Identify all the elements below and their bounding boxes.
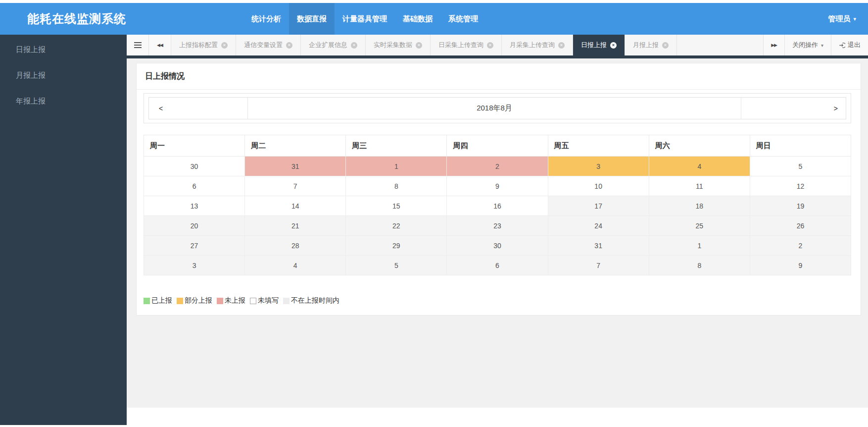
calendar-day-cell[interactable]: 4 (649, 157, 750, 176)
calendar-day-cell[interactable]: 26 (750, 216, 851, 236)
close-operations-dropdown[interactable]: 关闭操作 ▾ (784, 35, 831, 55)
tab-close-icon[interactable]: × (487, 42, 493, 49)
calendar-day-cell[interactable]: 10 (548, 176, 649, 196)
weekday-header: 周五 (548, 135, 649, 157)
legend-label: 已上报 (151, 296, 172, 305)
calendar-day-cell[interactable]: 25 (649, 216, 750, 236)
calendar-day-cell[interactable]: 1 (649, 236, 750, 256)
calendar-day-cell[interactable]: 12 (750, 176, 851, 196)
tab-4[interactable]: 实时采集数据× (366, 35, 431, 55)
tab-7[interactable]: 日报上报× (573, 35, 625, 55)
user-menu[interactable]: 管理员 ▾ (828, 3, 868, 35)
calendar-table: 周一周二周三周四周五周六周日 3031123456789101112131415… (144, 135, 851, 275)
calendar-day-cell[interactable]: 16 (447, 196, 548, 216)
tab-2[interactable]: 通信变量设置× (236, 35, 301, 55)
user-name: 管理员 (828, 14, 850, 24)
sidebar-item-2[interactable]: 月报上报 (0, 62, 127, 88)
scroll-tabs-left-button[interactable]: ◀◀ (149, 35, 171, 55)
nav-item-3[interactable]: 计量器具管理 (335, 3, 395, 35)
calendar-day-cell[interactable]: 3 (144, 256, 245, 275)
tab-3[interactable]: 企业扩展信息× (301, 35, 366, 55)
double-left-arrow-icon: ◀◀ (157, 43, 163, 48)
calendar-day-cell[interactable]: 15 (346, 196, 447, 216)
legend-item-reported: 已上报 (144, 296, 172, 305)
calendar-day-cell[interactable]: 27 (144, 236, 245, 256)
calendar-day-cell[interactable]: 13 (144, 196, 245, 216)
next-month-button[interactable]: > (741, 98, 846, 119)
calendar-day-cell[interactable]: 9 (447, 176, 548, 196)
calendar-day-cell[interactable]: 19 (750, 196, 851, 216)
calendar-day-cell[interactable]: 2 (750, 236, 851, 256)
calendar-day-cell[interactable]: 14 (245, 196, 346, 216)
legend-label: 未填写 (258, 296, 279, 305)
sidebar-item-3[interactable]: 年报上报 (0, 88, 127, 114)
menu-toggle-button[interactable] (127, 35, 149, 55)
legend-swatch-partial (177, 298, 183, 304)
logout-button[interactable]: 退出 (831, 35, 868, 55)
calendar-day-cell[interactable]: 11 (649, 176, 750, 196)
calendar-day-cell[interactable]: 28 (245, 236, 346, 256)
calendar-day-cell[interactable]: 2 (447, 157, 548, 176)
calendar-day-cell[interactable]: 8 (649, 256, 750, 275)
prev-month-button[interactable]: < (149, 98, 248, 119)
close-operations-label: 关闭操作 (792, 41, 818, 50)
calendar-day-cell[interactable]: 7 (548, 256, 649, 275)
calendar-day-cell[interactable]: 20 (144, 216, 245, 236)
calendar-day-cell[interactable]: 6 (144, 176, 245, 196)
calendar-day-cell[interactable]: 4 (245, 256, 346, 275)
weekday-header: 周三 (346, 135, 447, 157)
tab-close-icon[interactable]: × (558, 42, 565, 49)
calendar-day-cell[interactable]: 22 (346, 216, 447, 236)
tab-6[interactable]: 月采集上传查询× (502, 35, 573, 55)
calendar-day-cell[interactable]: 9 (750, 256, 851, 275)
weekday-header: 周二 (245, 135, 346, 157)
legend-item-blank: 未填写 (250, 296, 279, 305)
nav-item-4[interactable]: 基础数据 (395, 3, 440, 35)
calendar-day-cell[interactable]: 31 (548, 236, 649, 256)
header-spacer (486, 3, 828, 35)
calendar-day-cell[interactable]: 29 (346, 236, 447, 256)
calendar-day-cell[interactable]: 3 (548, 157, 649, 176)
chevron-down-icon: ▾ (821, 43, 823, 48)
weekday-header: 周一 (144, 135, 245, 157)
legend-swatch-blank (250, 298, 256, 304)
calendar-day-cell[interactable]: 30 (144, 157, 245, 176)
calendar-day-cell[interactable]: 24 (548, 216, 649, 236)
calendar-day-cell[interactable]: 7 (245, 176, 346, 196)
scroll-tabs-right-button[interactable]: ▶▶ (763, 35, 784, 55)
app-header: 能耗在线监测系统 统计分析数据直报计量器具管理基础数据系统管理 管理员 ▾ (0, 3, 868, 35)
tab-bar: ◀◀ 上报指标配置×通信变量设置×企业扩展信息×实时采集数据×日采集上传查询×月… (127, 35, 868, 58)
calendar-day-cell[interactable]: 1 (346, 157, 447, 176)
chevron-down-icon: ▾ (853, 16, 856, 22)
tab-close-icon[interactable]: × (610, 42, 617, 49)
calendar-day-cell[interactable]: 6 (447, 256, 548, 275)
tab-close-icon[interactable]: × (351, 42, 357, 49)
main-nav: 统计分析数据直报计量器具管理基础数据系统管理 (243, 3, 486, 35)
tab-close-icon[interactable]: × (662, 42, 669, 49)
sidebar-item-1[interactable]: 日报上报 (0, 37, 127, 62)
tab-close-icon[interactable]: × (286, 42, 292, 49)
calendar-day-cell[interactable]: 5 (750, 157, 851, 176)
tab-8[interactable]: 月报上报× (625, 35, 677, 55)
nav-item-5[interactable]: 系统管理 (440, 3, 486, 35)
calendar-day-cell[interactable]: 5 (346, 256, 447, 275)
calendar-day-cell[interactable]: 8 (346, 176, 447, 196)
nav-item-2[interactable]: 数据直报 (289, 3, 335, 35)
calendar-day-cell[interactable]: 17 (548, 196, 649, 216)
nav-item-1[interactable]: 统计分析 (243, 3, 289, 35)
tab-close-icon[interactable]: × (221, 42, 228, 49)
calendar-day-cell[interactable]: 23 (447, 216, 548, 236)
calendar-week-row: 303112345 (144, 157, 851, 176)
tab-1[interactable]: 上报指标配置× (171, 35, 236, 55)
main-panel-area: 日上报情况 < 2018年8月 > 周一周二周三周四周五周六周日 3031123… (127, 58, 868, 408)
tabbar-right-controls: ▶▶ 关闭操作 ▾ 退出 (763, 35, 868, 55)
calendar-day-cell[interactable]: 31 (245, 157, 346, 176)
tab-close-icon[interactable]: × (416, 42, 422, 49)
panel-title: 日上报情况 (137, 63, 861, 90)
tab-5[interactable]: 日采集上传查询× (431, 35, 502, 55)
calendar-day-cell[interactable]: 18 (649, 196, 750, 216)
calendar-day-cell[interactable]: 21 (245, 216, 346, 236)
legend-swatch-not_reported (217, 298, 223, 304)
calendar-day-cell[interactable]: 30 (447, 236, 548, 256)
hamburger-icon (134, 41, 142, 50)
